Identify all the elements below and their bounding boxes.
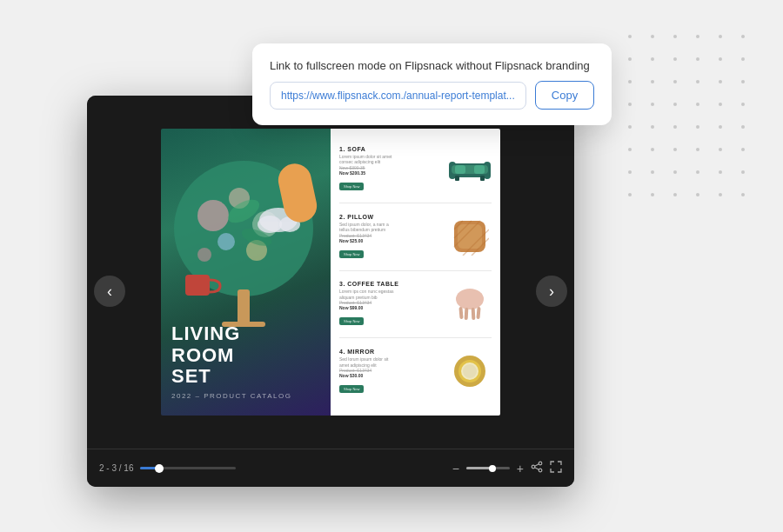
dot (628, 80, 632, 83)
svg-rect-35 (472, 308, 476, 320)
product-btn-sofa[interactable]: Shop Now (339, 183, 364, 190)
dot (741, 125, 745, 129)
svg-rect-22 (455, 165, 465, 174)
dot (651, 148, 654, 151)
minus-icon[interactable]: − (452, 462, 459, 475)
dot (651, 57, 654, 61)
svg-rect-33 (476, 307, 480, 319)
product-info-table: 3. COFFEE TABLE Lorem ips con nunc egest… (339, 281, 444, 326)
dot (741, 80, 745, 83)
dot (651, 80, 654, 83)
volume-bar[interactable] (466, 467, 510, 469)
product-desc-sofa: Lorem ipsum dolor sit ametconsec adipisc… (339, 154, 444, 165)
illustration (161, 129, 331, 329)
volume-thumb (489, 465, 496, 472)
product-name-table: 3. COFFEE TABLE (339, 281, 444, 287)
dot (628, 170, 632, 174)
product-item-pillow: 2. PILLOW Sed ipsum dolor, a nam atellus… (339, 207, 492, 271)
dot (696, 170, 699, 174)
progress-thumb (155, 464, 164, 473)
dot (719, 148, 722, 151)
svg-rect-34 (465, 308, 469, 320)
product-price-new-pillow: Now $25.00 (339, 238, 444, 243)
svg-point-4 (218, 233, 235, 250)
svg-line-43 (535, 464, 539, 466)
tooltip-title: Link to fullscreen mode on Flipsnack wit… (270, 59, 594, 72)
dot-grid (628, 35, 757, 209)
copy-button[interactable]: Copy (535, 81, 594, 110)
product-price-new-sofa: Now $200.35 (339, 170, 444, 176)
dot (651, 193, 654, 196)
svg-point-1 (197, 200, 229, 231)
dot (673, 148, 677, 151)
tooltip-row: https://www.flipsnack.com./annual-report… (270, 81, 594, 110)
product-info-pillow: 2. PILLOW Sed ipsum dolor, a nam atellus… (339, 214, 444, 259)
product-info-sofa: 1. SOFA Lorem ipsum dolor sit ametconsec… (339, 146, 444, 191)
product-btn-mirror[interactable]: Shop Now (339, 385, 364, 393)
tooltip-popup: Link to fullscreen mode on Flipsnack wit… (252, 43, 612, 125)
fullscreen-icon[interactable] (550, 461, 562, 475)
svg-point-41 (532, 465, 535, 469)
svg-rect-25 (458, 224, 482, 249)
viewer-wrap: LIVINGROOMSET 2022 – PRODUCT CATALOG 1. … (87, 96, 574, 487)
product-btn-table[interactable]: Shop Now (339, 317, 364, 325)
product-item-sofa: 1. SOFA Lorem ipsum dolor sit ametconsec… (339, 139, 492, 203)
svg-rect-9 (185, 275, 210, 296)
svg-point-40 (539, 462, 542, 465)
dot (651, 170, 654, 174)
dot (719, 35, 722, 38)
right-page: 1. SOFA Lorem ipsum dolor sit ametconsec… (331, 129, 500, 416)
product-desc-table: Lorem ips con nunc egestasaliquam pretiu… (339, 289, 444, 300)
dot (741, 193, 745, 196)
dot (741, 57, 745, 61)
dot (628, 148, 632, 151)
left-page-title: LIVINGROOMSET (171, 323, 320, 387)
svg-point-31 (456, 289, 484, 309)
plus-icon[interactable]: + (517, 462, 524, 475)
svg-point-42 (539, 469, 542, 472)
next-arrow[interactable]: › (536, 276, 567, 307)
dot (719, 193, 722, 196)
svg-rect-32 (458, 307, 463, 319)
dot (628, 125, 632, 129)
progress-bar[interactable] (140, 467, 236, 469)
dot (696, 35, 699, 38)
prev-arrow[interactable]: ‹ (94, 276, 125, 307)
dot (673, 170, 677, 174)
dot (628, 35, 632, 38)
left-page-subtitle: 2022 – PRODUCT CATALOG (171, 392, 320, 400)
dot (696, 148, 699, 151)
left-page-text: LIVINGROOMSET 2022 – PRODUCT CATALOG (161, 313, 331, 416)
svg-point-6 (197, 248, 211, 262)
product-img-pillow (448, 216, 492, 256)
product-desc-pillow: Sed ipsum dolor, a nam atellus bibendum … (339, 222, 444, 233)
svg-line-44 (535, 468, 539, 469)
product-item-table: 3. COFFEE TABLE Lorem ips con nunc egest… (339, 275, 492, 339)
left-page: LIVINGROOMSET 2022 – PRODUCT CATALOG (161, 129, 331, 416)
svg-point-39 (463, 364, 477, 378)
product-item-mirror: 4. MIRROR Sed lorum ipsum dolor sitamet … (339, 342, 492, 405)
dot (719, 57, 722, 61)
dot (741, 148, 745, 151)
dot (696, 103, 699, 106)
pages-area: LIVINGROOMSET 2022 – PRODUCT CATALOG 1. … (87, 96, 574, 449)
product-name-mirror: 4. MIRROR (339, 349, 444, 355)
dot (628, 103, 632, 106)
dot (696, 125, 699, 129)
dot (673, 57, 677, 61)
product-btn-pillow[interactable]: Shop Now (339, 250, 364, 258)
share-icon[interactable] (531, 461, 543, 475)
product-img-mirror (448, 352, 492, 391)
dot (719, 80, 722, 83)
dot (696, 57, 699, 61)
product-price-new-mirror: Now $30.00 (339, 373, 444, 378)
dot (719, 170, 722, 174)
tooltip-url[interactable]: https://www.flipsnack.com./annual-report… (270, 82, 526, 110)
product-name-pillow: 2. PILLOW (339, 214, 444, 220)
svg-rect-20 (480, 176, 485, 181)
dot (673, 35, 677, 38)
product-price-new-table: Now $99.00 (339, 305, 444, 310)
product-img-table (448, 284, 492, 323)
product-img-sofa (448, 149, 492, 188)
svg-point-11 (258, 216, 282, 233)
